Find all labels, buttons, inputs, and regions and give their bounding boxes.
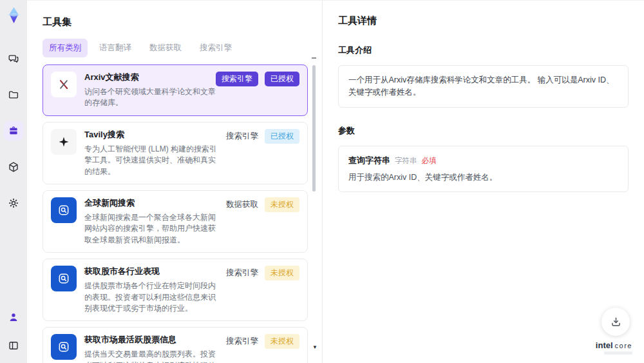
auth-status-badge: 已授权 xyxy=(265,72,299,86)
auth-status-badge: 未授权 xyxy=(265,197,299,212)
param-type: 字符串 xyxy=(395,156,417,166)
param-box: 查询字符串 字符串 必填 用于搜索的Arxiv ID、关键字或作者姓名。 xyxy=(338,146,629,192)
arxiv-logo-icon xyxy=(51,72,77,97)
category-label: 数据获取 xyxy=(226,199,258,210)
tool-card-global-news[interactable]: 全球新闻搜索 全球新闻搜索是一个聚合全球各大新闻网站内容的搜索引擎，帮助用户快速… xyxy=(43,190,308,253)
tool-name: Arxiv文献搜索 xyxy=(84,72,222,83)
left-rail xyxy=(0,0,27,363)
page-title: 工具集 xyxy=(43,16,322,28)
intro-heading: 工具介绍 xyxy=(338,44,629,56)
tool-list: Arxiv文献搜索 访问各个研究领域大量科学论文和文章的存储库。 搜索引擎 已授… xyxy=(43,64,322,363)
scroll-down-arrow-icon[interactable]: ▼ xyxy=(312,344,317,350)
briefcase-icon[interactable] xyxy=(4,121,23,141)
tool-name: 获取市场最活跃股票信息 xyxy=(84,334,222,346)
tool-name: 获取股市各行业表现 xyxy=(84,266,222,277)
gem-logo-icon xyxy=(5,6,23,24)
gear-icon[interactable] xyxy=(4,193,23,213)
category-tabs: 所有类别 语言翻译 数据获取 搜索引擎 xyxy=(43,39,322,57)
stock-search-icon xyxy=(51,334,77,360)
panel-layout-icon[interactable] xyxy=(4,336,23,355)
tool-detail-panel: 工具详情 工具介绍 一个用于从Arxiv存储库搜索科学论文和文章的工具。 输入可… xyxy=(322,0,644,363)
app-logo xyxy=(4,5,23,25)
param-desc: 用于搜索的Arxiv ID、关键字或作者姓名。 xyxy=(348,172,618,183)
chat-icon[interactable] xyxy=(4,49,23,68)
tool-card-active-stocks[interactable]: 获取市场最活跃股票信息 提供当天交易量最高的股票列表。投资者可以利用这些信息来识… xyxy=(43,327,308,363)
rail-bottom xyxy=(4,308,23,355)
tool-desc: 提供当天交易量最高的股票列表。投资者可以利用这些信息来识别流动性强的股票和潜在的… xyxy=(84,349,222,363)
cube-icon[interactable] xyxy=(4,157,23,177)
tool-name: Tavily搜索 xyxy=(84,129,222,141)
params-heading: 参数 xyxy=(338,125,629,137)
param-required-badge: 必填 xyxy=(422,156,437,166)
intel-core-logo: intel core xyxy=(596,340,632,355)
intel-wordmark: intel xyxy=(596,340,613,350)
stock-search-icon xyxy=(51,266,77,291)
intro-box: 一个用于从Arxiv存储库搜索科学论文和文章的工具。 输入可以是Arxiv ID… xyxy=(338,65,629,108)
auth-status-badge: 未授权 xyxy=(265,266,299,280)
tab-all-categories[interactable]: 所有类别 xyxy=(43,39,88,57)
category-badge: 搜索引擎 xyxy=(216,72,258,86)
tab-language-translation[interactable]: 语言翻译 xyxy=(93,39,138,57)
rail-nav xyxy=(4,49,23,213)
download-button[interactable] xyxy=(601,308,630,336)
auth-status-badge: 已授权 xyxy=(265,129,299,144)
category-label: 搜索引擎 xyxy=(226,131,258,142)
tool-card-tavily[interactable]: Tavily搜索 专为人工智能代理 (LLM) 构建的搜索引擎工具。可快速提供实… xyxy=(43,122,308,184)
tool-card-stock-sector[interactable]: 获取股市各行业表现 提供股票市场各个行业在特定时间段内的表现。投资者可以利用这些… xyxy=(43,259,308,321)
tab-data-fetch[interactable]: 数据获取 xyxy=(143,39,188,57)
app-window: 工具集 所有类别 语言翻译 数据获取 搜索引擎 Arxiv文献搜索 访问 xyxy=(0,0,644,363)
folder-icon[interactable] xyxy=(4,85,23,104)
core-wordmark: core xyxy=(615,342,632,349)
tool-desc: 全球新闻搜索是一个聚合全球各大新闻网站内容的搜索引擎，帮助用户快速获取全球最新资… xyxy=(84,212,222,246)
tavily-star-icon xyxy=(51,129,77,155)
scrollbar-thumb[interactable] xyxy=(312,65,316,191)
brand-subtext-faint xyxy=(604,351,632,355)
tool-desc: 专为人工智能代理 (LLM) 构建的搜索引擎工具。可快速提供实时、准确和真实的结… xyxy=(84,144,222,177)
tool-desc: 访问各个研究领域大量科学论文和文章的存储库。 xyxy=(84,86,222,109)
tool-name: 全球新闻搜索 xyxy=(84,197,222,209)
scrollbar-top-tick xyxy=(312,57,316,59)
detail-title: 工具详情 xyxy=(338,15,629,27)
tool-list-panel: 工具集 所有类别 语言翻译 数据获取 搜索引擎 Arxiv文献搜索 访问 xyxy=(27,0,322,363)
download-icon xyxy=(610,316,622,328)
user-icon[interactable] xyxy=(4,308,23,327)
intro-text: 一个用于从Arxiv存储库搜索科学论文和文章的工具。 输入可以是Arxiv ID… xyxy=(348,74,618,99)
tab-search-engine[interactable]: 搜索引擎 xyxy=(193,39,238,57)
tool-desc: 提供股票市场各个行业在特定时间段内的表现。投资者可以利用这些信息来识别表现优于或… xyxy=(84,280,222,314)
news-search-icon xyxy=(51,197,77,223)
param-name: 查询字符串 xyxy=(348,155,390,166)
tool-card-arxiv[interactable]: Arxiv文献搜索 访问各个研究领域大量科学论文和文章的存储库。 搜索引擎 已授… xyxy=(43,64,308,116)
category-label: 搜索引擎 xyxy=(226,336,258,347)
auth-status-badge: 未授权 xyxy=(265,334,299,349)
category-label: 搜索引擎 xyxy=(226,268,258,279)
